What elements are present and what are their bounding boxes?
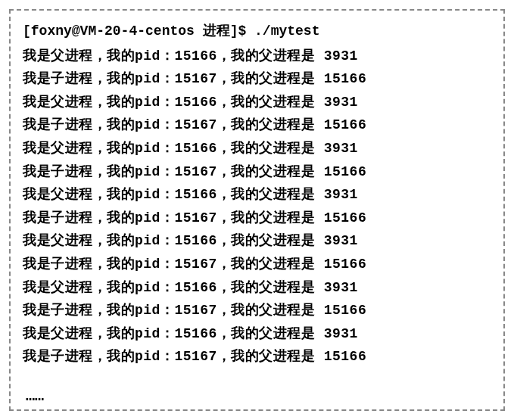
command-text: ./mytest (254, 23, 319, 39)
output-line: 我是父进程，我的pid：15166，我的父进程是 3931 (23, 137, 491, 160)
output-line: 我是子进程，我的pid：15167，我的父进程是 15166 (23, 253, 491, 276)
output-line: 我是父进程，我的pid：15166，我的父进程是 3931 (23, 229, 491, 253)
output-line: 我是父进程，我的pid：15166，我的父进程是 3931 (23, 45, 491, 68)
prompt-user-host: [foxny@VM-20-4-centos 进程]$ (23, 23, 246, 39)
output-line: 我是子进程，我的pid：15167，我的父进程是 15166 (23, 299, 491, 322)
output-line: 我是子进程，我的pid：15167，我的父进程是 15166 (23, 160, 491, 184)
terminal-window: [foxny@VM-20-4-centos 进程]$ ./mytest 我是父进… (9, 9, 505, 411)
output-line: 我是父进程，我的pid：15166，我的父进程是 3931 (23, 276, 491, 300)
output-line: 我是父进程，我的pid：15166，我的父进程是 3931 (23, 91, 491, 114)
output-block: 我是父进程，我的pid：15166，我的父进程是 3931我是子进程，我的pid… (23, 45, 491, 369)
output-line: 我是子进程，我的pid：15167，我的父进程是 15166 (23, 67, 491, 91)
output-line: 我是子进程，我的pid：15167，我的父进程是 15166 (23, 207, 491, 230)
command-prompt-line: [foxny@VM-20-4-centos 进程]$ ./mytest (23, 20, 491, 43)
output-line: 我是子进程，我的pid：15167，我的父进程是 15166 (23, 114, 491, 137)
output-line: 我是父进程，我的pid：15166，我的父进程是 3931 (23, 322, 491, 346)
output-line: 我是父进程，我的pid：15166，我的父进程是 3931 (23, 183, 491, 207)
output-line: 我是子进程，我的pid：15167，我的父进程是 15166 (23, 345, 491, 369)
ellipsis-text: …… (23, 384, 491, 409)
